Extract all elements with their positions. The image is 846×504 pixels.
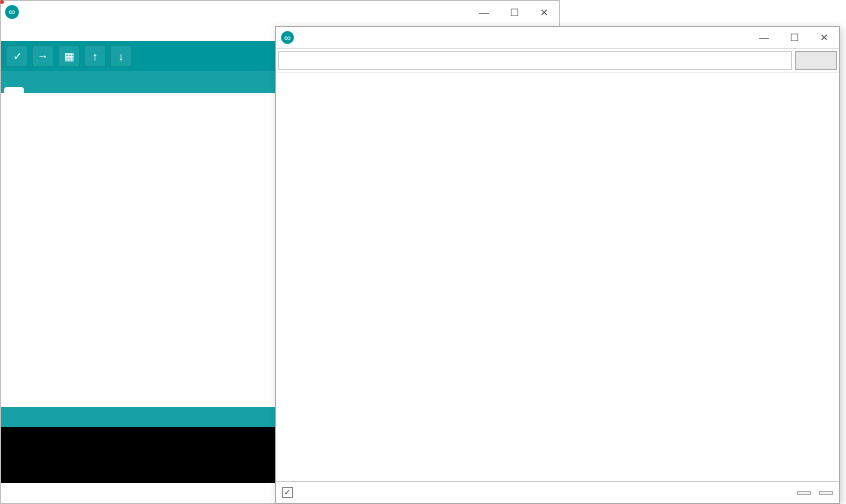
new-button[interactable]: ▦	[58, 45, 80, 67]
line-ending-select[interactable]	[797, 491, 811, 495]
serial-footer: ✓	[276, 481, 839, 503]
serial-input[interactable]	[278, 51, 792, 70]
close-button[interactable]: ✕	[809, 29, 839, 47]
serial-send-bar	[276, 49, 839, 73]
send-button[interactable]	[795, 51, 837, 70]
minimize-button[interactable]: —	[469, 2, 499, 22]
serial-output[interactable]	[276, 73, 839, 481]
ide-titlebar[interactable]: — ☐ ✕	[1, 1, 559, 23]
maximize-button[interactable]: ☐	[779, 29, 809, 47]
open-button[interactable]: ↑	[84, 45, 106, 67]
serial-monitor-window: — ☐ ✕ ✓	[275, 26, 840, 504]
arduino-icon	[281, 31, 294, 44]
autoscroll-checkbox[interactable]: ✓	[282, 487, 293, 498]
sketch-tab[interactable]	[4, 87, 24, 93]
serial-titlebar[interactable]: — ☐ ✕	[276, 27, 839, 49]
verify-button[interactable]: ✓	[6, 45, 28, 67]
baud-select[interactable]	[819, 491, 833, 495]
upload-button[interactable]: →	[32, 45, 54, 67]
minimize-button[interactable]: —	[749, 29, 779, 47]
arduino-icon	[5, 5, 19, 19]
close-button[interactable]: ✕	[529, 2, 559, 22]
save-button[interactable]: ↓	[110, 45, 132, 67]
maximize-button[interactable]: ☐	[499, 2, 529, 22]
